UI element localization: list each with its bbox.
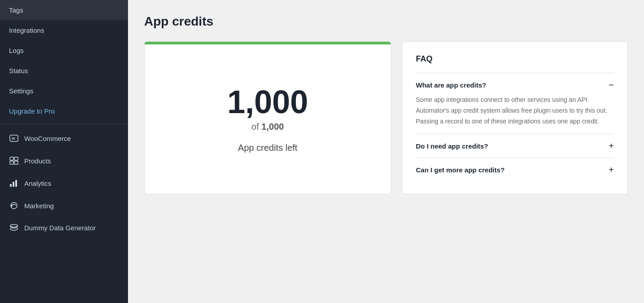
credits-card: 1,000 of 1,000 App credits left	[144, 41, 391, 194]
sidebar-item-label: Marketing	[24, 202, 54, 210]
marketing-icon	[9, 201, 19, 211]
faq-answer-1: Some app integrations connect to other s…	[416, 95, 614, 127]
sidebar-item-analytics[interactable]: Analytics	[0, 172, 128, 194]
woocommerce-icon: W	[9, 133, 19, 143]
sidebar-item-status[interactable]: Status	[0, 61, 128, 81]
faq-question-row-2[interactable]: Do I need app credits? +	[416, 141, 614, 150]
analytics-icon	[9, 178, 19, 188]
faq-item-3: Can I get more app credits? +	[416, 158, 614, 181]
sidebar-item-woocommerce[interactable]: W WooCommerce	[0, 127, 128, 149]
sidebar-item-dummy-data[interactable]: Dummy Data Generator	[0, 217, 128, 239]
credits-left-label: App credits left	[238, 143, 297, 153]
sidebar-item-label: Dummy Data Generator	[24, 224, 96, 233]
svg-rect-5	[14, 161, 18, 164]
svg-text:W: W	[12, 136, 15, 141]
faq-question-3: Can I get more app credits?	[416, 166, 505, 174]
sidebar-item-logs[interactable]: Logs	[0, 40, 128, 61]
sidebar-item-products[interactable]: Products	[0, 149, 128, 172]
faq-card: FAQ What are app credits? − Some app int…	[402, 41, 628, 194]
sidebar-item-settings[interactable]: Settings	[0, 81, 128, 101]
page-title: App credits	[144, 14, 628, 29]
sidebar-item-marketing[interactable]: Marketing	[0, 194, 128, 217]
svg-rect-8	[15, 180, 17, 187]
sidebar-item-integrations[interactable]: Integrations	[0, 20, 128, 40]
sidebar-item-label: Analytics	[24, 180, 51, 187]
credits-number: 1,000	[227, 86, 308, 118]
svg-rect-4	[10, 161, 13, 164]
sidebar-item-label: Logs	[9, 47, 24, 54]
svg-point-11	[10, 224, 18, 227]
sidebar-item-label: Integrations	[9, 26, 44, 34]
faq-question-1: What are app credits?	[416, 81, 486, 89]
sidebar-item-label: Upgrade to Pro	[9, 107, 55, 115]
sidebar: Tags Integrations Logs Status Settings U…	[0, 0, 128, 303]
faq-question-row-1[interactable]: What are app credits? −	[416, 80, 614, 89]
faq-question-row-3[interactable]: Can I get more app credits? +	[416, 165, 614, 174]
faq-toggle-2: +	[609, 141, 614, 150]
svg-rect-2	[10, 157, 13, 160]
sidebar-item-label: Status	[9, 67, 28, 75]
faq-toggle-1: −	[609, 80, 614, 89]
svg-point-10	[11, 205, 13, 206]
faq-title: FAQ	[416, 54, 614, 64]
credits-of-label: of	[251, 122, 259, 132]
sidebar-item-label: Tags	[9, 6, 23, 14]
dummy-data-icon	[9, 223, 19, 233]
sidebar-item-label: Settings	[9, 87, 33, 95]
sidebar-item-label: WooCommerce	[24, 135, 71, 142]
main-content: App credits 1,000 of 1,000 App credits l…	[128, 0, 644, 303]
svg-rect-7	[13, 182, 14, 187]
faq-item-2: Do I need app credits? +	[416, 134, 614, 158]
credits-of-total: 1,000	[261, 122, 284, 132]
faq-item-1: What are app credits? − Some app integra…	[416, 73, 614, 134]
sidebar-item-tags[interactable]: Tags	[0, 0, 128, 20]
faq-toggle-3: +	[609, 165, 614, 174]
faq-question-2: Do I need app credits?	[416, 142, 488, 150]
sidebar-item-upgrade[interactable]: Upgrade to Pro	[0, 101, 128, 121]
content-row: 1,000 of 1,000 App credits left FAQ What…	[144, 41, 628, 194]
products-icon	[9, 156, 19, 166]
credits-of-text: of 1,000	[251, 122, 284, 132]
sidebar-divider	[0, 124, 128, 124]
credits-card-body: 1,000 of 1,000 App credits left	[145, 44, 391, 194]
svg-rect-3	[14, 157, 18, 160]
sidebar-item-label: Products	[24, 157, 51, 165]
svg-rect-6	[10, 184, 12, 187]
